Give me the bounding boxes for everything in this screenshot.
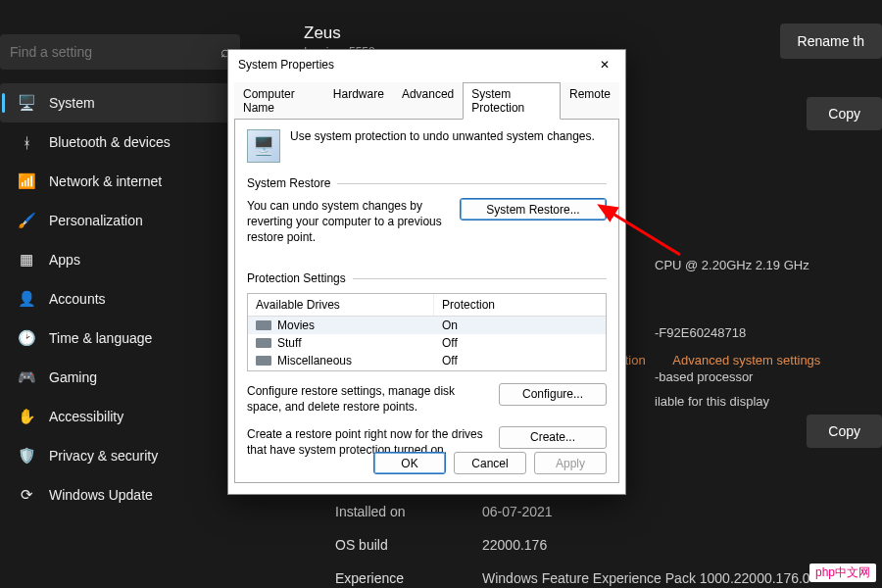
sidebar-item-windows-update[interactable]: ⟳Windows Update xyxy=(0,475,240,514)
sidebar-item-apps[interactable]: ▦Apps xyxy=(0,240,240,279)
sidebar-icon: ▦ xyxy=(18,251,35,269)
sidebar-item-privacy-security[interactable]: 🛡️Privacy & security xyxy=(0,436,240,475)
sidebar-icon: 🕑 xyxy=(18,329,35,347)
intro-text: Use system protection to undo unwanted s… xyxy=(290,129,595,143)
tab-advanced[interactable]: Advanced xyxy=(393,82,463,120)
sidebar-icon: 🖌️ xyxy=(18,212,35,229)
sidebar-item-label: Bluetooth & devices xyxy=(49,134,171,150)
drive-icon xyxy=(256,356,271,366)
spec-value: Windows Feature Experience Pack 1000.220… xyxy=(482,570,810,586)
apply-button[interactable]: Apply xyxy=(534,452,607,474)
device-name: Zeus xyxy=(304,24,375,43)
sidebar-item-label: Gaming xyxy=(49,369,97,385)
sidebar-item-time-language[interactable]: 🕑Time & language xyxy=(0,318,240,358)
spec-label: Experience xyxy=(335,570,482,586)
intro-row: 🖥️ Use system protection to undo unwante… xyxy=(247,129,607,163)
proc-fragment: -based processor xyxy=(655,369,809,394)
system-properties-dialog: System Properties ✕ Computer NameHardwar… xyxy=(227,49,626,495)
sidebar-item-accounts[interactable]: 👤Accounts xyxy=(0,279,240,318)
sidebar-item-personalization[interactable]: 🖌️Personalization xyxy=(0,201,240,240)
sidebar-item-label: System xyxy=(49,95,95,111)
system-restore-section: System Restore You can undo system chang… xyxy=(247,176,607,246)
sidebar-icon: ᚼ xyxy=(18,134,35,151)
sidebar-icon: ✋ xyxy=(18,408,35,425)
col-drives: Available Drives xyxy=(248,294,434,316)
sidebar-icon: 📶 xyxy=(18,172,35,190)
spec-value: 22000.176 xyxy=(482,537,547,553)
restore-text: You can undo system changes by reverting… xyxy=(247,198,450,246)
table-row[interactable]: MiscellaneousOff xyxy=(248,352,606,369)
sidebar-icon: 🛡️ xyxy=(18,447,35,465)
watermark: php中文网 xyxy=(809,564,876,582)
configure-button[interactable]: Configure... xyxy=(499,383,607,406)
table-row[interactable]: StuffOff xyxy=(248,334,606,352)
dialog-titlebar: System Properties ✕ xyxy=(228,50,625,79)
spec-label: Installed on xyxy=(335,504,482,519)
legend-protection: Protection Settings xyxy=(247,271,607,285)
col-protection: Protection xyxy=(434,294,606,316)
spec-row: Installed on06-07-2021 xyxy=(335,495,810,528)
tab-body: 🖥️ Use system protection to undo unwante… xyxy=(234,119,619,483)
tab-remote[interactable]: Remote xyxy=(561,82,619,120)
table-row[interactable]: MoviesOn xyxy=(248,317,606,334)
sidebar-icon: ⟳ xyxy=(18,486,35,504)
dialog-footer: OK Cancel Apply xyxy=(373,452,607,474)
partial-specs: CPU @ 2.20GHz 2.19 GHz -F92E60248718 -ba… xyxy=(655,258,809,418)
copy-button-2[interactable]: Copy xyxy=(807,415,882,448)
legend-restore: System Restore xyxy=(247,176,607,190)
tab-system-protection[interactable]: System Protection xyxy=(463,82,561,120)
sidebar-item-bluetooth-devices[interactable]: ᚼBluetooth & devices xyxy=(0,122,240,162)
close-icon[interactable]: ✕ xyxy=(594,56,615,74)
create-button[interactable]: Create... xyxy=(499,426,607,449)
protection-settings-section: Protection Settings Available Drives Pro… xyxy=(247,271,607,459)
spec-value: 06-07-2021 xyxy=(482,504,553,519)
sidebar-icon: 👤 xyxy=(18,290,35,308)
sidebar-item-label: Apps xyxy=(49,252,80,268)
sidebar-item-network-internet[interactable]: 📶Network & internet xyxy=(0,162,240,201)
sidebar-item-label: Personalization xyxy=(49,213,143,228)
shield-monitor-icon: 🖥️ xyxy=(247,129,280,163)
cpu-fragment: CPU @ 2.20GHz 2.19 GHz xyxy=(655,258,809,282)
drive-icon xyxy=(256,320,271,330)
sidebar-item-label: Windows Update xyxy=(49,487,153,503)
tab-computer-name[interactable]: Computer Name xyxy=(234,82,324,120)
rename-button[interactable]: Rename th xyxy=(780,24,882,59)
configure-text: Configure restore settings, manage disk … xyxy=(247,383,489,415)
dialog-tabs: Computer NameHardwareAdvancedSystem Prot… xyxy=(228,81,625,119)
sidebar-item-accessibility[interactable]: ✋Accessibility xyxy=(0,397,240,436)
sidebar-icon: 🖥️ xyxy=(18,94,35,112)
spec-row: ExperienceWindows Feature Experience Pac… xyxy=(335,562,810,588)
windows-specs: Installed on06-07-2021OS build22000.176E… xyxy=(335,495,810,588)
sidebar-item-label: Privacy & security xyxy=(49,448,158,464)
drives-table[interactable]: Available Drives Protection MoviesOnStuf… xyxy=(247,293,607,371)
dialog-title: System Properties xyxy=(238,58,334,72)
search-input[interactable] xyxy=(10,44,220,60)
drive-icon xyxy=(256,338,271,348)
sidebar-item-gaming[interactable]: 🎮Gaming xyxy=(0,358,240,397)
disp-fragment: ilable for this display xyxy=(655,394,809,418)
tab-hardware[interactable]: Hardware xyxy=(324,82,393,120)
sidebar-item-label: Accessibility xyxy=(49,409,123,424)
copy-button-1[interactable]: Copy xyxy=(807,97,882,130)
table-header: Available Drives Protection xyxy=(248,294,606,317)
sidebar-item-label: Time & language xyxy=(49,330,152,346)
cancel-button[interactable]: Cancel xyxy=(454,452,526,474)
spec-row: OS build22000.176 xyxy=(335,528,810,562)
id-fragment: -F92E60248718 xyxy=(655,325,809,350)
sidebar-item-label: Accounts xyxy=(49,291,106,307)
sidebar-icon: 🎮 xyxy=(18,368,35,386)
search-input-wrap[interactable]: ⌕ xyxy=(0,34,240,70)
sidebar-item-system[interactable]: 🖥️System xyxy=(0,83,240,122)
sidebar: 🖥️SystemᚼBluetooth & devices📶Network & i… xyxy=(0,83,240,514)
ok-button[interactable]: OK xyxy=(373,452,446,474)
sidebar-item-label: Network & internet xyxy=(49,173,162,189)
link-advanced-system-settings[interactable]: Advanced system settings xyxy=(672,353,820,368)
spec-label: OS build xyxy=(335,537,482,553)
system-restore-button[interactable]: System Restore... xyxy=(460,198,607,220)
